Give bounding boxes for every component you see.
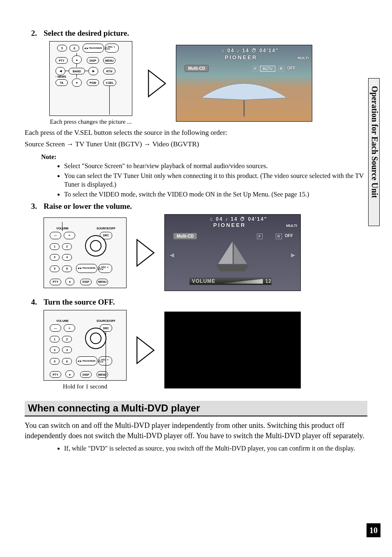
remote-btn-menu: MENU [103, 57, 115, 64]
remote-btn-minus: — [50, 232, 61, 239]
screen-time-left: 04 [227, 48, 234, 53]
screen-multi-label: MULTI [297, 56, 309, 60]
remote-btn-track-seek: ◀ ▶ TRACK/SEEK [76, 264, 97, 273]
remote-btn-disp: DISP [87, 57, 99, 64]
remote-btn-4: 4 [62, 347, 72, 353]
step2-caption: Each press changes the picture ... [44, 118, 138, 125]
page-number: 10 [367, 523, 380, 537]
remote-lbl-srcoff: SOURCE/OFF [97, 227, 115, 230]
remote-btn-pty: PTY [55, 57, 68, 64]
step2-remote-figure: 5 6 ◀ ▶ TRACK/SEEK ▲ DISC ▼ P.CH PTY ▲ D… [49, 41, 132, 116]
sailboat-illustration [210, 239, 255, 276]
screen-badge-r: R [276, 233, 282, 239]
step4-screen-figure [164, 312, 301, 388]
remote-btn-1: 1 [50, 243, 60, 250]
screen-nav-left: ◀ [170, 252, 174, 258]
section-bullets: If, while "DVD" is selected as source, y… [48, 444, 367, 453]
step3-number: 3. [25, 202, 39, 289]
remote-lbl-news: ↔NEWS [55, 75, 66, 78]
step4-remote-figure: VOLUME SOURCE/OFF — + SRC 1 2 3 4 5 6 ◀ … [44, 310, 127, 381]
note-label: Note: [41, 153, 367, 161]
remote-btn-rtn: RTN [103, 68, 115, 74]
umbrella-illustration [193, 77, 295, 118]
step4-title: Turn the source OFF. [44, 298, 367, 307]
remote-btn-6: 6 [62, 358, 72, 365]
remote-btn-disp: DISP [80, 279, 92, 285]
remote-btn-band: BAND [69, 68, 85, 74]
remote-btn-left: ◀ [55, 67, 65, 75]
step3-title: Raise or lower the volume. [44, 202, 367, 211]
remote-btn-pgm: PGM [87, 79, 99, 86]
remote-dial-inner [90, 240, 101, 252]
screen-source-pill: Multi-CD [184, 65, 209, 72]
remote-btn-3: 3 [50, 347, 60, 353]
remote-lbl-volume: VOLUME [56, 319, 69, 322]
section-bullet-item: If, while "DVD" is selected as source, y… [64, 444, 367, 453]
screen-multi-label: MULTI [286, 224, 297, 228]
remote-btn-disc-pch: ▲ DISC ▼ P.CH [105, 44, 119, 53]
svg-marker-4 [234, 243, 247, 264]
remote-btn-vsel: V.SEL [103, 79, 116, 86]
arrow-right-icon [148, 69, 166, 98]
remote-btn-1: 1 [50, 336, 60, 342]
step2-followup: Each press of the V.SEL button selects t… [25, 129, 367, 137]
remote-btn-6: 6 [62, 266, 72, 272]
screen-volume-bar: VOLUME 12 [189, 277, 272, 285]
remote-btn-5: 5 [50, 266, 60, 272]
screen-badge-bgtv: BGTV [260, 66, 275, 72]
remote-btn-up: ▲ [72, 55, 82, 64]
svg-marker-5 [137, 337, 154, 363]
remote-btn-pty: PTY [50, 371, 61, 378]
screen-badge-off: OFF [287, 66, 295, 70]
section-heading: When connecting a Multi-DVD player [25, 401, 367, 416]
section-para: You can switch on and off the Multi-DVD … [25, 421, 367, 441]
side-tab: Operation for Each Source Unit [368, 78, 380, 226]
screen-time-right: 04'14" [259, 48, 279, 53]
screen-badge-r: R [278, 66, 284, 72]
screen-volume-label: VOLUME [192, 278, 215, 284]
remote-lbl-srcoff: SOURCE/OFF [97, 319, 115, 322]
step2-notes: Select "Source Screen" to hear/view play… [48, 162, 367, 199]
remote-btn-5: 5 [50, 358, 60, 365]
remote-btn-3: 3 [50, 254, 60, 261]
remote-btn-right: ▶ [88, 67, 98, 75]
step2-screen-figure: ♫ 04 ♪ 14 ⏱ 04'14" PIONEER MULTI Multi-C… [176, 45, 312, 122]
remote-btn-disp: DISP [80, 371, 92, 378]
remote-btn-4: 4 [62, 254, 72, 261]
remote-btn-up: ▲ [65, 370, 74, 378]
remote-btn-menu: MENU [97, 371, 108, 378]
screen-badge-f: F [253, 66, 258, 72]
step3-screen-figure: ♫ 04 ♪ 14 ⏱ 04'14" PIONEER MULTI Multi-C… [164, 214, 301, 291]
screen-nav-right: ▶ [291, 252, 295, 258]
screen-brand: PIONEER [213, 222, 246, 228]
remote-btn-pty: PTY [50, 279, 61, 285]
remote-btn-6: 6 [69, 45, 79, 51]
remote-btn-2: 2 [62, 243, 72, 250]
remote-btn-track-seek: ◀ ▶ TRACK/SEEK [76, 356, 97, 365]
screen-badge-off: OFF [285, 233, 293, 238]
remote-btn-menu: MENU [97, 279, 108, 285]
step2-title: Select the desired picture. [44, 29, 367, 38]
remote-btn-2: 2 [62, 336, 72, 342]
remote-btn-plus: + [64, 324, 75, 332]
step2-sequence: Source Screen → TV Tuner Unit (BGTV) → V… [25, 140, 367, 148]
arrow-right-icon [136, 336, 155, 365]
remote-btn-down: ▼ [72, 79, 82, 87]
remote-btn-minus: — [50, 324, 61, 332]
remote-btn-disc-pch: ▲ DISC ▼ P.CH [98, 356, 112, 365]
screen-source-pill: Multi-CD [173, 233, 197, 240]
screen-time-mid: 14 [242, 48, 249, 53]
screen-brand: PIONEER [225, 54, 258, 60]
svg-marker-3 [218, 241, 233, 264]
remote-btn-track-seek: ◀ ▶ TRACK/SEEK [83, 44, 104, 53]
remote-btn-plus: + [64, 232, 75, 239]
screen-badge-f: F [257, 233, 263, 239]
svg-marker-0 [148, 70, 165, 96]
note-item: Select "Source Screen" to hear/view play… [64, 162, 367, 171]
step2-number: 2. [25, 29, 39, 124]
remote-btn-up: ▲ [65, 278, 74, 285]
note-item: To select the VIDEO mode, switch the VID… [64, 190, 367, 199]
step3-remote-figure: VOLUME SOURCE/OFF — + SRC 1 2 3 4 5 6 ◀ … [44, 217, 127, 288]
remote-btn-ta: TA [55, 79, 68, 86]
remote-btn-disc-pch: ▲ DISC ▼ P.CH [98, 264, 112, 273]
